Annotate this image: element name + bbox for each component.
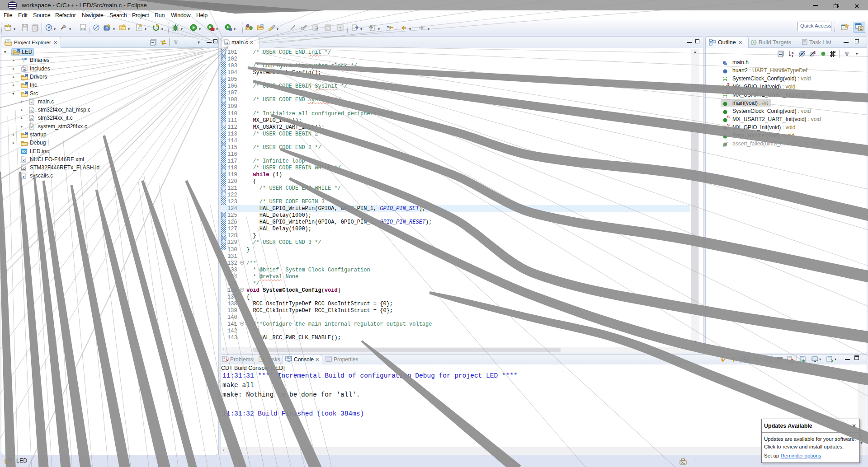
svg-text:C: C bbox=[9, 458, 11, 461]
svg-text:C: C bbox=[25, 132, 28, 135]
svg-text:01: 01 bbox=[23, 60, 26, 63]
svg-text:.c: .c bbox=[30, 101, 33, 104]
svg-text:.c: .c bbox=[30, 126, 33, 129]
svg-text:C: C bbox=[25, 74, 28, 77]
svg-text:.c: .c bbox=[226, 41, 228, 44]
svg-text:010: 010 bbox=[81, 28, 85, 31]
svg-text:LD: LD bbox=[21, 167, 26, 171]
svg-text:C: C bbox=[25, 91, 28, 94]
svg-text:c: c bbox=[23, 175, 24, 179]
svg-text:¶: ¶ bbox=[340, 26, 341, 30]
svg-text:.c: .c bbox=[30, 117, 33, 120]
svg-text:.c: .c bbox=[30, 109, 33, 112]
svg-text:C: C bbox=[859, 27, 862, 30]
svg-text:C: C bbox=[25, 82, 28, 85]
svg-text:C: C bbox=[17, 49, 19, 52]
svg-text:z: z bbox=[792, 54, 793, 58]
svg-text:h: h bbox=[24, 68, 25, 71]
svg-text:MX: MX bbox=[22, 150, 27, 153]
svg-text:X: X bbox=[22, 159, 24, 163]
svg-text:C: C bbox=[105, 27, 108, 30]
